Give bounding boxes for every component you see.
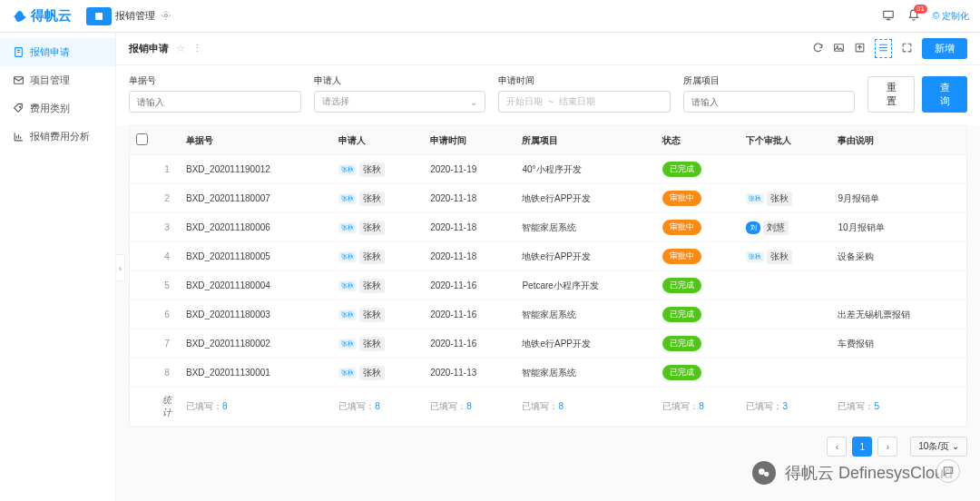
table-row[interactable]: 8 BXD_202011130001 张秋张秋 2020-11-13 智能家居系… <box>130 359 966 388</box>
page-toolbar: 新增 <box>812 38 967 59</box>
monitor-icon[interactable] <box>882 9 895 24</box>
table-row[interactable]: 5 BXD_202011180004 张秋张秋 2020-11-16 Petca… <box>130 271 966 300</box>
data-table: 单据号 申请人 申请时间 所属项目 状态 下个审批人 事由说明 1 BXD_20… <box>129 125 967 427</box>
svg-rect-2 <box>884 11 894 17</box>
sidebar-item-label: 报销费用分析 <box>30 130 90 143</box>
svg-point-7 <box>837 46 838 47</box>
svg-point-1 <box>165 14 168 16</box>
table-row[interactable]: 3 BXD_202011180006 张秋张秋 2020-11-18 智能家居系… <box>130 213 966 242</box>
col-project: 所属项目 <box>516 126 657 155</box>
sidebar-item-reimburse[interactable]: 报销申请 <box>0 38 115 66</box>
date-range-input[interactable]: 开始日期 ~ 结束日期 <box>498 91 671 113</box>
page-size-select[interactable]: 10条/页 ⌄ <box>910 437 967 457</box>
col-status: 状态 <box>657 126 740 155</box>
module-icon <box>93 11 104 22</box>
brand-text: 得帆云 <box>31 7 72 25</box>
chart-icon <box>13 131 24 142</box>
page-current[interactable]: 1 <box>852 437 872 457</box>
reset-button[interactable]: 重置 <box>867 76 915 113</box>
svg-point-5 <box>20 106 21 107</box>
module-title: 报销管理 <box>115 9 155 23</box>
new-button[interactable]: 新增 <box>922 38 967 59</box>
svg-point-10 <box>764 472 769 476</box>
filter-label-orderno: 单据号 <box>129 74 301 87</box>
more-icon[interactable]: ⋮ <box>192 43 202 54</box>
sidebar-item-label: 报销申请 <box>30 45 70 59</box>
filter-label-project: 所属项目 <box>683 74 856 87</box>
select-all-checkbox[interactable] <box>136 133 148 145</box>
table-header-row: 单据号 申请人 申请时间 所属项目 状态 下个审批人 事由说明 <box>130 126 966 155</box>
favorite-icon[interactable]: ☆ <box>176 43 185 54</box>
page-prev[interactable]: ‹ <box>827 437 847 457</box>
table-row[interactable]: 2 BXD_202011180007 张秋张秋 2020-11-18 地铁e行A… <box>130 184 966 213</box>
col-next: 下个审批人 <box>740 126 832 155</box>
page-title: 报销申请 <box>129 42 169 55</box>
notification-count: 31 <box>914 5 927 14</box>
search-button[interactable]: 查询 <box>922 76 967 113</box>
filter-label-applicant: 申请人 <box>314 74 486 87</box>
filter-bar: 单据号 申请人 请选择 ⌄ 申请时间 开始日期 ~ 结束日期 所属项目 <box>116 65 980 125</box>
mail-icon <box>13 74 24 86</box>
page-next[interactable]: › <box>877 437 897 457</box>
expand-icon[interactable] <box>901 42 913 55</box>
export-icon[interactable] <box>854 42 866 55</box>
chevron-down-icon: ⌄ <box>470 97 477 107</box>
filter-label-time: 申请时间 <box>498 74 671 87</box>
sidebar-item-label: 项目管理 <box>30 74 70 87</box>
image-icon[interactable] <box>833 42 845 55</box>
table-row[interactable]: 4 BXD_202011180005 张秋张秋 2020-11-18 地铁e行A… <box>130 242 966 271</box>
main-content: 报销申请 ☆ ⋮ 新增 单据号 申请人 请选择 ⌄ <box>116 33 980 501</box>
page-header: 报销申请 ☆ ⋮ 新增 <box>116 33 980 65</box>
list-view-icon[interactable] <box>875 39 892 58</box>
col-reason: 事由说明 <box>832 126 966 155</box>
wechat-icon <box>752 461 776 485</box>
doc-icon <box>13 46 24 58</box>
sidebar-item-category[interactable]: 费用类别 <box>0 94 115 123</box>
sidebar-item-project[interactable]: 项目管理 <box>0 66 115 94</box>
project-input[interactable] <box>683 91 856 113</box>
col-orderno: 单据号 <box>181 126 333 155</box>
applicant-select[interactable]: 请选择 ⌄ <box>314 91 486 113</box>
notification-bell[interactable]: 31 <box>907 9 920 24</box>
table-row[interactable]: 7 BXD_202011180002 张秋张秋 2020-11-16 地铁e行A… <box>130 329 966 359</box>
user-menu[interactable]: © 定制化 <box>933 10 969 23</box>
summary-row: 统计 已填写：8 已填写：8 已填写：8 已填写：8 已填写：8 已填写：3 已… <box>130 388 966 427</box>
settings-icon[interactable] <box>161 10 172 23</box>
table-row[interactable]: 1 BXD_202011190012 张秋张秋 2020-11-19 40°小程… <box>130 155 966 184</box>
tag-icon <box>13 103 24 114</box>
sidebar-item-label: 费用类别 <box>30 102 70 115</box>
refresh-icon[interactable] <box>812 42 824 55</box>
watermark: 得帆云 DefinesysCloud <box>752 461 953 485</box>
topbar-actions: 31 © 定制化 <box>882 9 969 24</box>
col-time: 申请时间 <box>425 126 516 155</box>
brand-icon <box>11 8 27 25</box>
sidebar: 报销申请 项目管理 费用类别 报销费用分析 <box>0 33 116 501</box>
sidebar-item-analysis[interactable]: 报销费用分析 <box>0 123 115 151</box>
pagination: ‹ 1 › 10条/页 ⌄ <box>116 427 980 466</box>
chat-float-button[interactable] <box>936 459 960 483</box>
col-applicant: 申请人 <box>333 126 425 155</box>
order-no-input[interactable] <box>129 91 301 113</box>
svg-point-9 <box>759 468 765 475</box>
svg-rect-0 <box>95 13 103 20</box>
topbar: 得帆云 报销管理 31 © 定制化 <box>0 0 980 33</box>
module-badge[interactable] <box>86 7 112 25</box>
brand-logo[interactable]: 得帆云 <box>11 7 72 25</box>
sidebar-collapse[interactable]: ‹ <box>116 254 125 281</box>
table-row[interactable]: 6 BXD_202011180003 张秋张秋 2020-11-16 智能家居系… <box>130 300 966 329</box>
